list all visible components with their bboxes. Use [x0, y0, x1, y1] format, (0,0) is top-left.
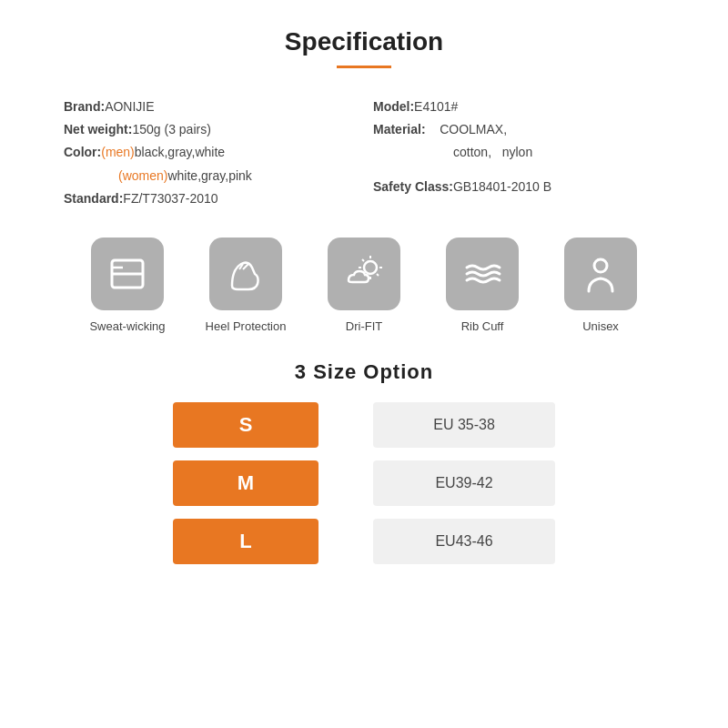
dri-fit-icon [341, 251, 387, 297]
size-button-m[interactable]: M [173, 460, 318, 506]
feature-dri-fit: Dri-FIT [318, 238, 410, 333]
heel-protection-icon [223, 251, 268, 297]
sweat-wicking-icon [105, 251, 150, 297]
spec-safety: Safety Class:GB18401-2010 B [373, 176, 664, 198]
spec-material-2: cotton, nylon [373, 141, 664, 164]
features-section: Sweat-wicking Heel Protection [55, 238, 673, 333]
feature-sweat-wicking-label: Sweat-wicking [89, 319, 165, 333]
feature-heel-protection-label: Heel Protection [206, 319, 287, 333]
specs-right: Model:E4101# Material: COOLMAX, cotton, … [373, 96, 664, 210]
dri-fit-icon-bg [328, 238, 400, 310]
specs-grid: Brand:AONIJIE Net weight:150g (3 pairs) … [55, 96, 673, 210]
feature-rib-cuff: Rib Cuff [437, 238, 528, 333]
heel-protection-icon-bg [209, 238, 282, 310]
size-button-l[interactable]: L [173, 519, 318, 564]
size-row-m: M EU39-42 [173, 460, 555, 506]
spec-color-women: (women)white,gray,pink [64, 165, 355, 187]
svg-point-12 [594, 259, 607, 272]
size-range-s: EU 35-38 [373, 402, 555, 448]
rib-cuff-icon [460, 251, 505, 297]
size-rows: S EU 35-38 M EU39-42 L EU43-46 [55, 402, 673, 564]
svg-line-4 [243, 264, 248, 269]
spec-material-1: Material: COOLMAX, [373, 118, 664, 141]
svg-point-5 [364, 261, 377, 274]
women-label: (women) [118, 168, 167, 183]
spec-standard: Standard:FZ/T73037-2010 [64, 187, 355, 210]
specs-left: Brand:AONIJIE Net weight:150g (3 pairs) … [64, 96, 355, 210]
men-label: (men) [101, 145, 135, 159]
svg-line-10 [362, 259, 364, 261]
rib-cuff-icon-bg [446, 238, 519, 310]
unisex-icon-bg [564, 238, 637, 310]
size-button-s[interactable]: S [173, 402, 318, 448]
size-row-s: S EU 35-38 [173, 402, 555, 448]
feature-sweat-wicking: Sweat-wicking [82, 238, 173, 333]
spec-brand: Brand:AONIJIE [64, 96, 355, 118]
feature-dri-fit-label: Dri-FIT [346, 319, 382, 333]
sweat-wicking-icon-bg [91, 238, 164, 310]
feature-rib-cuff-label: Rib Cuff [461, 319, 504, 333]
svg-line-11 [377, 274, 379, 276]
title-divider [337, 66, 391, 68]
page-title: Specification [55, 27, 673, 56]
size-row-l: L EU43-46 [173, 519, 555, 564]
size-range-l: EU43-46 [373, 519, 555, 564]
feature-unisex-label: Unisex [582, 319, 619, 333]
size-title: 3 Size Option [55, 360, 673, 384]
feature-heel-protection: Heel Protection [200, 238, 291, 333]
feature-unisex: Unisex [555, 238, 646, 333]
size-range-m: EU39-42 [373, 460, 555, 506]
spec-color-men: Color:(men)black,gray,white [64, 141, 355, 164]
unisex-icon [578, 251, 623, 297]
spec-weight: Net weight:150g (3 pairs) [64, 118, 355, 141]
spec-model: Model:E4101# [373, 96, 664, 118]
